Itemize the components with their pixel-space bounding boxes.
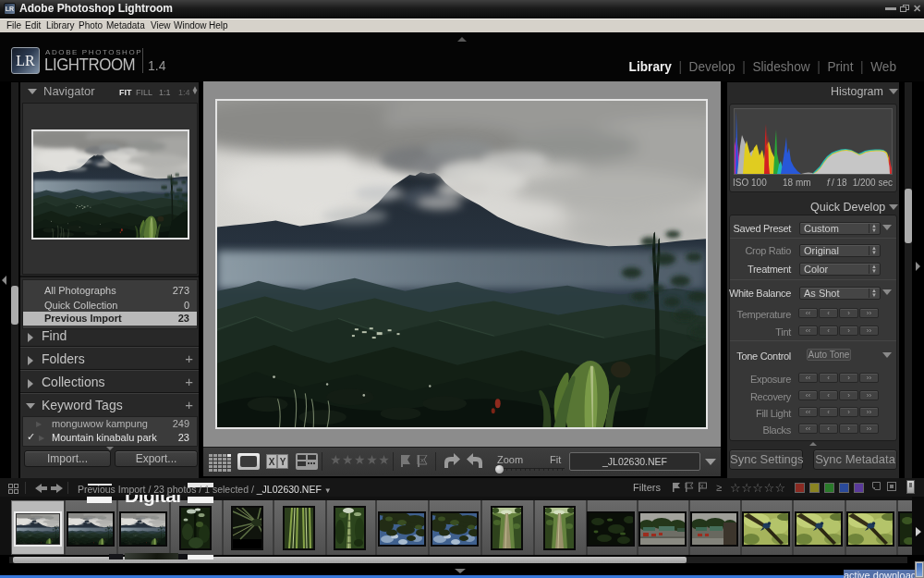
svg-text:x: x [420,456,424,464]
svg-text:x: x [700,483,704,489]
